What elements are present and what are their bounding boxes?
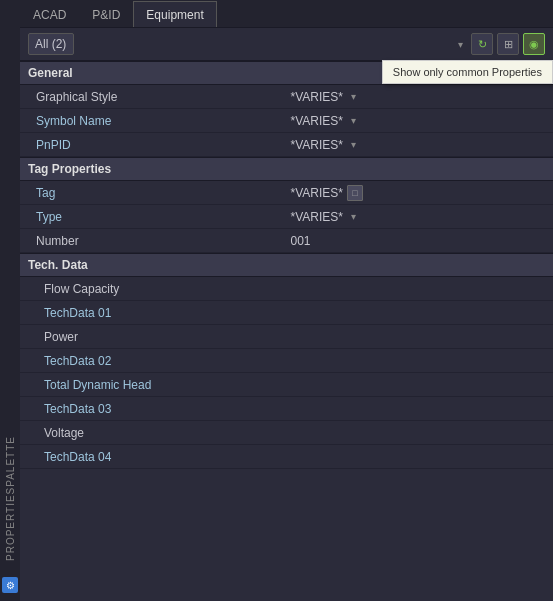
dropdown-arrow-graphical-style[interactable]: ▾	[351, 91, 356, 102]
tech-row-techdata-04: TechData 04	[20, 445, 553, 469]
section-tag-properties-label: Tag Properties	[28, 162, 111, 176]
prop-label-tag: Tag	[36, 186, 291, 200]
tab-acad[interactable]: ACAD	[20, 1, 79, 27]
prop-label-graphical-style: Graphical Style	[36, 90, 291, 104]
prop-value-text-graphical-style: *VARIES*	[291, 90, 343, 104]
tech-label-flow-capacity: Flow Capacity	[44, 282, 119, 296]
sidebar-label: PROPERTIESPALETTE	[5, 436, 16, 561]
section-general-label: General	[28, 66, 73, 80]
prop-row-tag: Tag *VARIES* □	[20, 181, 553, 205]
tech-row-total-dynamic-head: Total Dynamic Head	[20, 373, 553, 397]
prop-value-text-pnpid: *VARIES*	[291, 138, 343, 152]
tech-row-techdata-03: TechData 03	[20, 397, 553, 421]
prop-value-number: 001	[291, 234, 546, 248]
tag-browse-button[interactable]: □	[347, 185, 363, 201]
prop-value-text-tag: *VARIES*	[291, 186, 343, 200]
prop-row-symbol-name: Symbol Name *VARIES* ▾	[20, 109, 553, 133]
prop-row-graphical-style: Graphical Style *VARIES* ▾	[20, 85, 553, 109]
section-tag-properties: Tag Properties	[20, 157, 553, 181]
prop-value-symbol-name: *VARIES* ▾	[291, 114, 546, 128]
tech-row-power: Power	[20, 325, 553, 349]
section-tech-data-label: Tech. Data	[28, 258, 88, 272]
filter-button[interactable]: ◉	[523, 33, 545, 55]
prop-row-type: Type *VARIES* ▾	[20, 205, 553, 229]
prop-label-number: Number	[36, 234, 291, 248]
filter-icon: ◉	[529, 38, 539, 51]
prop-label-pnpid: PnPID	[36, 138, 291, 152]
prop-label-type: Type	[36, 210, 291, 224]
section-tech-data: Tech. Data	[20, 253, 553, 277]
prop-value-text-symbol-name: *VARIES*	[291, 114, 343, 128]
prop-row-number: Number 001	[20, 229, 553, 253]
refresh-button[interactable]: ↻	[471, 33, 493, 55]
tech-row-techdata-02: TechData 02	[20, 349, 553, 373]
prop-value-tag: *VARIES* □	[291, 185, 546, 201]
tech-row-voltage: Voltage	[20, 421, 553, 445]
properties-palette-sidebar: PROPERTIESPALETTE ⚙	[0, 0, 20, 601]
sidebar-bottom-icon[interactable]: ⚙	[2, 577, 18, 593]
tab-pid[interactable]: P&ID	[79, 1, 133, 27]
tech-label-voltage: Voltage	[44, 426, 84, 440]
tech-row-techdata-01: TechData 01	[20, 301, 553, 325]
tooltip: Show only common Properties	[382, 60, 553, 84]
tech-label-techdata-01: TechData 01	[44, 306, 111, 320]
prop-value-graphical-style: *VARIES* ▾	[291, 90, 546, 104]
dropdown-arrow-type[interactable]: ▾	[351, 211, 356, 222]
tech-label-total-dynamic-head: Total Dynamic Head	[44, 378, 151, 392]
prop-value-pnpid: *VARIES* ▾	[291, 138, 546, 152]
prop-value-text-number: 001	[291, 234, 311, 248]
tab-equipment[interactable]: Equipment	[133, 1, 216, 27]
dropdown-arrow-pnpid[interactable]: ▾	[351, 139, 356, 150]
tech-label-techdata-02: TechData 02	[44, 354, 111, 368]
toolbar-row: All (2) ↻ ⊞ ◉ Show only common Propertie…	[20, 28, 553, 61]
prop-value-text-type: *VARIES*	[291, 210, 343, 224]
tech-label-techdata-03: TechData 03	[44, 402, 111, 416]
filter-dropdown[interactable]: All (2)	[28, 33, 74, 55]
tech-row-flow-capacity: Flow Capacity	[20, 277, 553, 301]
tech-label-power: Power	[44, 330, 78, 344]
prop-row-pnpid: PnPID *VARIES* ▾	[20, 133, 553, 157]
main-panel: ACAD P&ID Equipment All (2) ↻ ⊞ ◉ Show o…	[20, 0, 553, 601]
dropdown-arrow-symbol-name[interactable]: ▾	[351, 115, 356, 126]
grid-icon: ⊞	[504, 38, 513, 51]
tech-label-techdata-04: TechData 04	[44, 450, 111, 464]
prop-value-type: *VARIES* ▾	[291, 210, 546, 224]
tooltip-text: Show only common Properties	[393, 66, 542, 78]
properties-panel: General Graphical Style *VARIES* ▾ Symbo…	[20, 61, 553, 601]
prop-label-symbol-name: Symbol Name	[36, 114, 291, 128]
grid-view-button[interactable]: ⊞	[497, 33, 519, 55]
tab-bar: ACAD P&ID Equipment	[20, 0, 553, 28]
